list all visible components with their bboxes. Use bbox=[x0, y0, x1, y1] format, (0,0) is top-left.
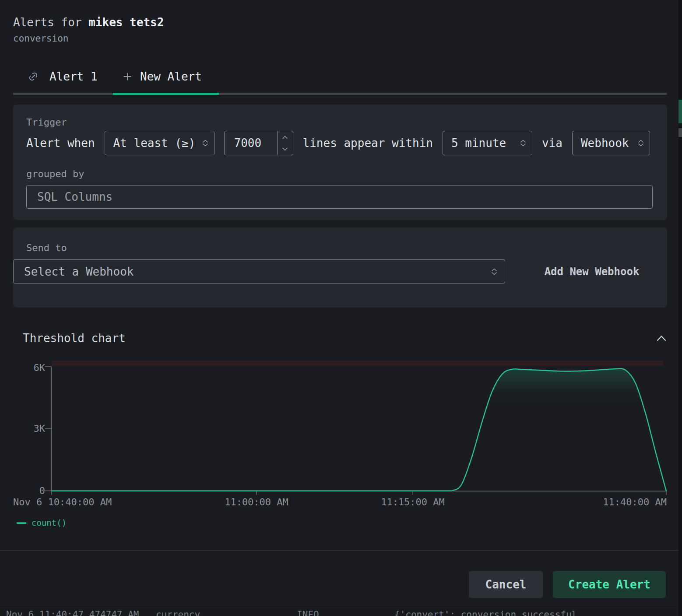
log-service: currency bbox=[156, 609, 200, 616]
webhook-select[interactable]: Select a Webhook bbox=[13, 259, 505, 284]
chevron-up-down-icon bbox=[201, 138, 210, 148]
active-tab-indicator bbox=[113, 93, 219, 95]
x-tick-start: Nov 6 10:40:00 AM bbox=[13, 497, 112, 508]
trigger-control-row: Alert when At least (≥) bbox=[26, 131, 650, 155]
x-tick-1100: 11:00:00 AM bbox=[217, 497, 296, 508]
stepper-up-button[interactable] bbox=[278, 131, 293, 143]
channel-select-value: Webhook bbox=[581, 136, 629, 150]
stepper-down-button[interactable] bbox=[278, 143, 293, 155]
series-area bbox=[52, 368, 666, 491]
log-message: {'convert': conversion successful bbox=[394, 609, 577, 616]
chevron-up-down-icon bbox=[636, 138, 645, 148]
tab-new-alert[interactable]: New Alert bbox=[122, 66, 202, 87]
threshold-chart bbox=[0, 359, 672, 504]
condition-select[interactable]: At least (≥) bbox=[105, 131, 214, 155]
x-tick-1115: 11:15:00 AM bbox=[373, 497, 452, 508]
plus-icon bbox=[122, 71, 133, 82]
chevron-up-down-icon bbox=[490, 266, 499, 277]
legend-line-swatch bbox=[17, 522, 26, 524]
y-tick-3k: 3K bbox=[13, 423, 45, 434]
y-tick-6k: 6K bbox=[13, 362, 45, 374]
chevron-up-icon bbox=[655, 334, 668, 342]
lines-appear-within-text: lines appear within bbox=[303, 136, 433, 150]
background-log-row: Nov 6 11:40:47.474747 AM currency INFO {… bbox=[0, 609, 676, 616]
send-to-section: Send to Select a Webhook Add New Webhook bbox=[13, 228, 667, 308]
chevron-up-down-icon bbox=[519, 138, 527, 148]
threshold-input[interactable] bbox=[225, 131, 277, 155]
threshold-alert-band bbox=[52, 361, 663, 366]
alert-when-text: Alert when bbox=[26, 136, 95, 150]
webhook-select-value: Select a Webhook bbox=[24, 265, 134, 278]
x-tick-1140: 11:40:00 AM bbox=[588, 497, 667, 508]
chevron-down-icon bbox=[281, 147, 288, 151]
tabs-divider bbox=[13, 93, 667, 95]
add-new-webhook-button[interactable]: Add New Webhook bbox=[532, 259, 651, 284]
threshold-number-input-group bbox=[224, 131, 293, 155]
alerts-modal: Alerts for mikes tets2 conversion Alert … bbox=[0, 0, 682, 616]
via-text: via bbox=[542, 136, 562, 150]
group-by-input-wrapper bbox=[26, 185, 653, 209]
tab-new-alert-label: New Alert bbox=[140, 70, 202, 83]
page-title-prefix: Alerts for bbox=[13, 16, 88, 29]
y-tick-0: 0 bbox=[13, 485, 45, 497]
log-level: INFO bbox=[297, 609, 319, 616]
create-alert-button[interactable]: Create Alert bbox=[553, 571, 666, 598]
group-by-input[interactable] bbox=[27, 186, 652, 208]
channel-select[interactable]: Webhook bbox=[572, 131, 650, 155]
chevron-up-icon bbox=[281, 135, 288, 140]
log-timestamp: Nov 6 11:40:47.474747 AM bbox=[6, 609, 139, 616]
page-title-name: mikes tets2 bbox=[88, 16, 164, 29]
trigger-section-label: Trigger bbox=[26, 117, 67, 128]
legend-series-label: count() bbox=[32, 518, 67, 528]
footer-divider bbox=[0, 550, 682, 551]
tab-alert-1[interactable]: Alert 1 bbox=[28, 66, 98, 87]
grouped-by-label: grouped by bbox=[26, 168, 84, 180]
scrollbar-thumb[interactable] bbox=[678, 128, 682, 137]
tab-alert-1-label: Alert 1 bbox=[49, 70, 98, 83]
time-window-select[interactable]: 5 minute bbox=[443, 131, 532, 155]
trigger-section: Trigger Alert when At least (≥) bbox=[13, 105, 667, 220]
condition-select-value: At least (≥) bbox=[113, 136, 196, 150]
link-icon bbox=[28, 71, 39, 82]
time-window-select-value: 5 minute bbox=[451, 136, 506, 150]
page-subtitle: conversion bbox=[13, 33, 68, 44]
scrollbar-accent-segment[interactable] bbox=[678, 100, 682, 123]
right-edge-scrollbar bbox=[678, 0, 682, 616]
page-title: Alerts for mikes tets2 bbox=[13, 16, 164, 29]
cancel-button[interactable]: Cancel bbox=[469, 571, 543, 598]
collapse-chart-button[interactable] bbox=[653, 331, 670, 346]
chart-legend: count() bbox=[17, 518, 67, 528]
threshold-stepper bbox=[277, 131, 293, 155]
threshold-chart-title: Threshold chart bbox=[23, 332, 126, 345]
send-to-label: Send to bbox=[26, 242, 67, 254]
